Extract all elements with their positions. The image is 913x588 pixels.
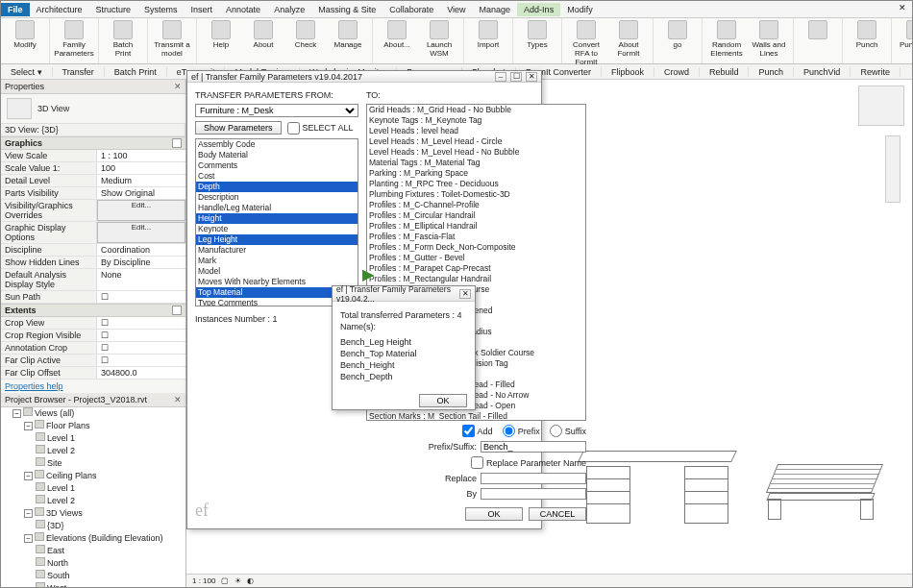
list-item[interactable]: Cost bbox=[196, 171, 358, 182]
list-item[interactable]: Profiles : M_C-Channel-Profile bbox=[367, 200, 585, 210]
maximize-icon[interactable]: ☐ bbox=[510, 72, 522, 82]
prefix-radio[interactable]: Prefix bbox=[503, 425, 540, 437]
list-item[interactable]: Material Tags : M_Material Tag bbox=[367, 158, 585, 168]
list-item[interactable]: Profiles : M_Rectangular Handrail bbox=[367, 274, 585, 284]
ribbon-tab-manage[interactable]: Manage bbox=[473, 3, 518, 16]
tree-node[interactable]: Level 1 bbox=[36, 432, 185, 445]
list-item[interactable]: Keynote Tags : M_Keynote Tag bbox=[367, 115, 585, 126]
list-item[interactable]: Manufacturer bbox=[196, 245, 358, 256]
property-row[interactable]: Crop Region Visible☐ bbox=[1, 330, 185, 342]
prefix-input[interactable] bbox=[503, 425, 515, 437]
tree-node[interactable]: −3D Views{3D} bbox=[24, 507, 185, 532]
property-value[interactable]: 304800.0 bbox=[97, 367, 185, 379]
list-item[interactable]: Profiles : M_Form Deck_Non-Composite bbox=[367, 242, 585, 253]
property-row[interactable]: Scale Value 1:100 bbox=[1, 162, 185, 175]
tree-node[interactable]: North bbox=[36, 557, 185, 570]
tree-node[interactable]: South bbox=[36, 570, 185, 582]
list-item[interactable]: Assembly Code bbox=[196, 139, 358, 150]
select-all-input[interactable] bbox=[287, 122, 300, 135]
tree-node[interactable]: Level 2 bbox=[36, 495, 185, 507]
expand-icon[interactable]: − bbox=[24, 472, 33, 480]
result-dialog-titlebar[interactable]: ef | Transfer Family Parameters v19.04.2… bbox=[333, 286, 475, 302]
ribbon-tab-modify[interactable]: Modify bbox=[560, 3, 600, 16]
ribbon-button[interactable]: Import bbox=[470, 20, 506, 49]
list-item[interactable]: Description bbox=[196, 192, 358, 203]
ribbon-button[interactable]: Random Elements bbox=[708, 20, 745, 58]
ribbon-group-label[interactable]: Select ▾ bbox=[1, 67, 53, 77]
property-row[interactable]: DisciplineCoordination bbox=[1, 244, 185, 257]
property-row[interactable]: Detail LevelMedium bbox=[1, 175, 185, 187]
list-item[interactable]: Profiles : M_Parapet Cap-Precast bbox=[367, 263, 585, 274]
ribbon-tab-systems[interactable]: Systems bbox=[137, 3, 185, 16]
list-item[interactable]: Profiles : M_Fascia-Flat bbox=[367, 232, 585, 242]
property-value[interactable]: ☐ bbox=[97, 342, 185, 354]
ribbon-button[interactable]: Transmit a model bbox=[154, 20, 190, 58]
view-control-bar[interactable]: 1 : 100 ▢ ☀ ◐ bbox=[186, 574, 912, 587]
replace-param-input[interactable] bbox=[471, 456, 483, 469]
ribbon-button[interactable]: go bbox=[659, 20, 696, 49]
tree-node[interactable]: East bbox=[36, 545, 185, 557]
ribbon-tab-view[interactable]: View bbox=[440, 3, 472, 16]
tree-node[interactable]: −Elevations (Building Elevation)EastNort… bbox=[24, 532, 185, 587]
ribbon-tab-architecture[interactable]: Architecture bbox=[30, 3, 89, 16]
expand-icon[interactable]: − bbox=[24, 534, 33, 543]
tree-node[interactable]: −Ceiling PlansLevel 1Level 2 bbox=[24, 470, 185, 507]
select-all-checkbox[interactable]: SELECT ALL bbox=[287, 122, 354, 135]
tree-node[interactable]: −Floor PlansLevel 1Level 2Site bbox=[24, 420, 185, 470]
from-listbox[interactable]: Assembly CodeBody MaterialCommentsCostDe… bbox=[195, 138, 358, 306]
view-cube[interactable] bbox=[858, 86, 904, 126]
tree-node[interactable]: −Views (all)−Floor PlansLevel 1Level 2Si… bbox=[12, 407, 185, 587]
property-value[interactable]: By Discipline bbox=[97, 257, 185, 268]
property-row[interactable]: Sun Path☐ bbox=[1, 291, 185, 304]
family-select[interactable]: Furniture : M_Desk bbox=[195, 104, 358, 117]
ribbon-button[interactable]: PunchVid bbox=[898, 20, 913, 49]
list-item[interactable]: Plumbing Fixtures : Toilet-Domestic-3D bbox=[367, 189, 585, 200]
list-item[interactable]: Height bbox=[196, 213, 358, 224]
expand-icon[interactable]: − bbox=[24, 422, 33, 430]
list-item[interactable]: Planting : M_RPC Tree - Deciduous bbox=[367, 179, 585, 189]
close-icon[interactable]: ✕ bbox=[174, 395, 182, 404]
tree-node[interactable]: Level 1 bbox=[36, 482, 185, 495]
ribbon-group-label[interactable]: Batch Print bbox=[105, 67, 167, 77]
close-icon[interactable]: ✕ bbox=[526, 72, 537, 82]
list-item[interactable]: Level Heads : M_Level Head - No Bubble bbox=[367, 147, 585, 158]
properties-type-header[interactable]: 3D View bbox=[1, 94, 185, 124]
ribbon-button[interactable]: Punch bbox=[849, 20, 885, 49]
ribbon-button[interactable]: About... bbox=[379, 20, 415, 49]
ribbon-button[interactable]: Manage bbox=[330, 20, 366, 49]
property-value[interactable]: ☐ bbox=[97, 330, 185, 341]
window-close-icon[interactable]: ✕ bbox=[899, 3, 906, 12]
ribbon-button[interactable]: Convert RFA to FormIt bbox=[568, 20, 605, 66]
property-value[interactable]: ☐ bbox=[97, 355, 185, 366]
ribbon-group-label[interactable]: Flipbook bbox=[602, 67, 654, 77]
show-parameters-button[interactable]: Show Parameters bbox=[195, 121, 282, 135]
property-value[interactable]: ☐ bbox=[97, 317, 185, 329]
ribbon-group-label[interactable]: Crowd bbox=[654, 67, 700, 77]
tree-node[interactable]: Level 2 bbox=[36, 445, 185, 457]
tree-node[interactable]: {3D} bbox=[36, 520, 185, 532]
property-value[interactable]: Medium bbox=[97, 175, 185, 186]
ribbon-button[interactable]: Walls and Lines bbox=[751, 20, 787, 58]
ribbon-button[interactable]: Modify bbox=[7, 20, 43, 49]
property-row[interactable]: Show Hidden LinesBy Discipline bbox=[1, 257, 185, 269]
navigation-bar[interactable] bbox=[885, 135, 901, 203]
ribbon-tab-massing-site[interactable]: Massing & Site bbox=[311, 3, 382, 16]
ribbon-tab-file[interactable]: File bbox=[1, 3, 30, 16]
property-row[interactable]: Visibility/Graphics OverridesEdit... bbox=[1, 200, 185, 222]
close-icon[interactable]: ✕ bbox=[174, 82, 182, 91]
ribbon-button[interactable]: About FormIt bbox=[610, 20, 647, 58]
property-value[interactable]: Show Original bbox=[97, 187, 185, 199]
replace-param-checkbox[interactable]: Replace Parameter Name bbox=[471, 456, 586, 469]
ribbon-group-label[interactable]: Punch bbox=[749, 67, 794, 77]
dialog-titlebar[interactable]: ef | Transfer Family Parameters v19.04.2… bbox=[187, 71, 541, 83]
minimize-icon[interactable]: – bbox=[495, 72, 506, 82]
add-checkbox[interactable]: Add bbox=[462, 425, 493, 437]
property-row[interactable]: Annotation Crop☐ bbox=[1, 342, 185, 355]
replace-input[interactable] bbox=[481, 473, 586, 484]
ribbon-group-label[interactable]: Rebuild bbox=[700, 67, 750, 77]
ribbon-button[interactable]: Check bbox=[287, 20, 324, 49]
list-item[interactable]: Body Material bbox=[196, 150, 358, 160]
property-row[interactable]: Parts VisibilityShow Original bbox=[1, 187, 185, 200]
ribbon-button[interactable]: Launch WSM bbox=[421, 20, 457, 58]
property-value[interactable]: None bbox=[97, 269, 185, 290]
